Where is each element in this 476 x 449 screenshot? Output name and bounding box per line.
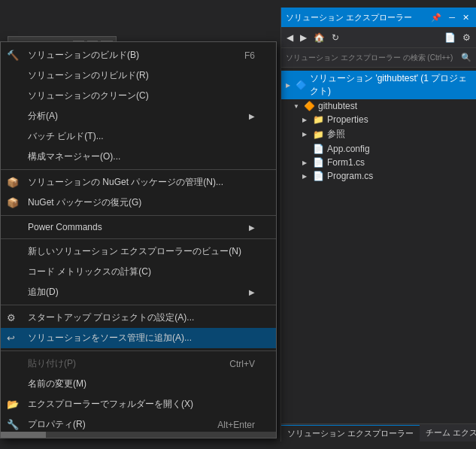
se-search-placeholder: ソリューション エクスプローラー の検索 (Ctrl++) (286, 53, 458, 63)
context-menu-scrollbar[interactable] (1, 432, 276, 438)
context-menu: 🔨ソリューションのビルド(B)F6ソリューションのリビルド(R)ソリューションの… (0, 41, 277, 438)
tree-item-project[interactable]: ▼🔶githubtest (281, 99, 476, 113)
menu-icon-nuget-restore: 📦 (7, 197, 19, 208)
menu-item-nuget-restore[interactable]: 📦NuGet パッケージの復元(G) (1, 193, 276, 213)
menu-item-solution-rebuild[interactable]: ソリューションのリビルド(R) (1, 65, 276, 86)
pin-button[interactable]: 📌 (429, 13, 444, 23)
menu-label-new-solution-explorer-view: 新しいソリューション エクスプローラーのビュー(N) (28, 245, 255, 258)
menu-icon-add-to-source: ↩ (7, 332, 15, 344)
tree-item-label: 参照 (327, 128, 345, 141)
tree-item-solution[interactable]: ▶🔷ソリューション 'githubtest' (1 プロジェクト) (281, 71, 476, 99)
menu-label-analyze: 分析(A) (28, 110, 249, 123)
menu-separator (1, 215, 276, 216)
menu-label-open-in-explorer: エクスプローラーでフォルダーを開く(X) (28, 398, 255, 411)
menu-item-startup-project[interactable]: ⚙スタートアップ プロジェクトの設定(A)... (1, 308, 276, 328)
menu-separator (1, 169, 276, 170)
expand-arrow: ▶ (302, 131, 310, 138)
menu-separator (1, 350, 276, 351)
menu-separator (1, 238, 276, 239)
forward-icon[interactable]: ▶ (298, 31, 309, 44)
expand-arrow: ▶ (302, 173, 310, 180)
solution-explorer-title: ソリューション エクスプローラー (286, 12, 412, 23)
menu-item-analyze[interactable]: 分析(A)▶ (1, 106, 276, 126)
tree-item-program[interactable]: ▶📄Program.cs (281, 169, 476, 183)
menu-item-batch-build[interactable]: バッチ ビルド(T)... (1, 126, 276, 147)
menu-label-add-to-source: ソリューションをソース管理に追加(A)... (28, 332, 255, 344)
solution-explorer: ソリューション エクスプローラー 📌 ─ ✕ ◀ ▶ 🏠 ↻ 📄 ⚙ ソリューシ… (280, 8, 476, 441)
tree-item-label: ソリューション 'githubtest' (1 プロジェクト) (310, 72, 471, 98)
menu-item-config-manager[interactable]: 構成マネージャー(O)... (1, 147, 276, 167)
search-icon[interactable]: 🔍 (461, 53, 471, 62)
solution-explorer-titlebar: ソリューション エクスプローラー 📌 ─ ✕ (281, 8, 476, 27)
menu-label-startup-project: スタートアップ プロジェクトの設定(A)... (28, 311, 255, 324)
menu-icon-startup-project: ⚙ (7, 312, 16, 323)
menu-item-nuget-manage[interactable]: 📦ソリューションの NuGet パッケージの管理(N)... (1, 172, 276, 193)
submenu-arrow-analyze: ▶ (249, 112, 255, 120)
menu-label-paste: 貼り付け(P) (28, 357, 214, 370)
menu-shortcut-properties: Alt+Enter (217, 420, 255, 430)
tree-item-label: App.config (327, 144, 370, 154)
expand-arrow: ▶ (302, 159, 310, 166)
menu-item-add-to-source[interactable]: ↩ソリューションをソース管理に追加(A)... (1, 328, 276, 348)
menu-item-solution-build[interactable]: 🔨ソリューションのビルド(B)F6 (1, 45, 276, 65)
tree-item-icon: 📄 (313, 144, 324, 154)
menu-shortcut-paste: Ctrl+V (229, 359, 255, 369)
properties-icon[interactable]: ⚙ (460, 31, 473, 44)
tree-item-icon: 📄 (313, 157, 324, 168)
menu-item-open-in-explorer[interactable]: 📂エクスプローラーでフォルダーを開く(X) (1, 394, 276, 414)
menu-label-solution-rebuild: ソリューションのリビルド(R) (28, 69, 255, 82)
se-bottom-tab[interactable]: チーム エクスプローラー (420, 425, 476, 441)
se-search-bar: ソリューション エクスプローラー の検索 (Ctrl++) 🔍 (281, 48, 476, 68)
menu-item-rename[interactable]: 名前の変更(M) (1, 374, 276, 394)
se-tree: ▶🔷ソリューション 'githubtest' (1 プロジェクト)▼🔶githu… (281, 68, 476, 423)
menu-icon-open-in-explorer: 📂 (7, 399, 19, 410)
menu-label-config-manager: 構成マネージャー(O)... (28, 150, 255, 163)
tree-item-icon: 📄 (313, 171, 324, 181)
menu-label-properties: プロパティ(R) (28, 418, 202, 431)
tree-item-references[interactable]: ▶📁参照 (281, 126, 476, 142)
tree-item-properties[interactable]: ▶📁Properties (281, 113, 476, 126)
menu-icon-solution-build: 🔨 (7, 50, 19, 61)
menu-label-solution-clean: ソリューションのクリーン(C) (28, 89, 255, 102)
tree-item-label: Program.cs (327, 171, 373, 181)
titlebar-buttons: 📌 ─ ✕ (429, 13, 471, 23)
tree-item-label: Form1.cs (327, 157, 365, 168)
back-icon[interactable]: ◀ (284, 31, 296, 44)
menu-label-code-metrics: コード メトリックスの計算(C) (28, 265, 255, 278)
menu-label-nuget-restore: NuGet パッケージの復元(G) (28, 196, 255, 209)
menu-item-add[interactable]: 追加(D)▶ (1, 282, 276, 302)
tree-item-label: githubtest (318, 101, 357, 111)
tree-item-form1[interactable]: ▶📄Form1.cs (281, 156, 476, 169)
se-bottom-tabs: ソリューション エクスプローラーチーム エクスプローラー (281, 423, 476, 441)
menu-item-paste: 貼り付け(P)Ctrl+V (1, 353, 276, 374)
submenu-arrow-power-commands: ▶ (249, 223, 255, 232)
home-icon[interactable]: 🏠 (311, 31, 327, 44)
menu-icon-nuget-manage: 📦 (7, 177, 19, 188)
menu-label-solution-build: ソリューションのビルド(B) (28, 49, 229, 62)
tree-item-label: Properties (327, 114, 368, 125)
show-all-files-icon[interactable]: 📄 (442, 31, 458, 44)
tree-item-icon: 🔷 (296, 80, 307, 90)
expand-arrow: ▶ (286, 82, 293, 89)
menu-label-add: 追加(D) (28, 286, 249, 299)
menu-item-power-commands[interactable]: Power Commands▶ (1, 218, 276, 236)
refresh-icon[interactable]: ↻ (329, 31, 341, 44)
se-bottom-tab[interactable]: ソリューション エクスプローラー (281, 425, 420, 441)
close-button[interactable]: ✕ (460, 13, 471, 23)
menu-label-power-commands: Power Commands (28, 222, 249, 232)
menu-item-new-solution-explorer-view[interactable]: 新しいソリューション エクスプローラーのビュー(N) (1, 241, 276, 262)
scrollbar-thumb (1, 432, 46, 438)
minimize-button[interactable]: ─ (447, 13, 457, 22)
menu-separator (1, 305, 276, 305)
menu-label-batch-build: バッチ ビルド(T)... (28, 130, 255, 143)
menu-item-code-metrics[interactable]: コード メトリックスの計算(C) (1, 262, 276, 282)
expand-arrow: ▼ (293, 103, 301, 110)
expand-arrow: ▶ (302, 117, 310, 123)
menu-item-solution-clean[interactable]: ソリューションのクリーン(C) (1, 86, 276, 106)
tree-item-icon: 🔶 (304, 101, 315, 111)
submenu-arrow-add: ▶ (249, 288, 255, 296)
menu-label-rename: 名前の変更(M) (28, 378, 255, 390)
menu-label-nuget-manage: ソリューションの NuGet パッケージの管理(N)... (28, 176, 255, 189)
tree-item-icon: 📁 (313, 114, 324, 125)
tree-item-appconfig[interactable]: 📄App.config (281, 142, 476, 156)
